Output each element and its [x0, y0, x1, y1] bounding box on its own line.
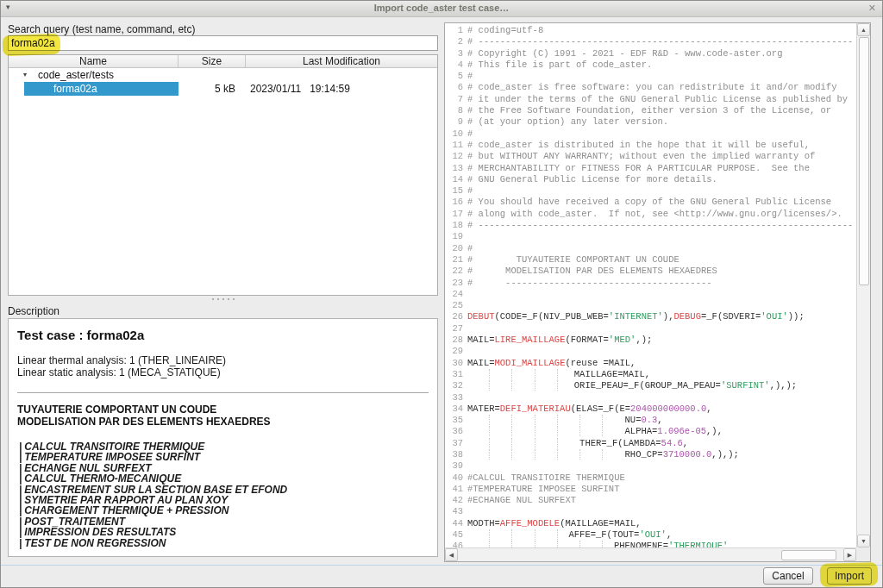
code-line: 39	[445, 460, 856, 472]
code-line: 45 AFFE=_F(TOUT='OUI',	[445, 529, 856, 541]
code-line: 5#	[445, 71, 856, 82]
scroll-left-icon[interactable]: ◀	[445, 548, 458, 561]
line-number: 46	[445, 541, 463, 547]
code-line: 29	[445, 346, 856, 357]
line-number: 3	[445, 48, 463, 59]
selection-highlight	[24, 82, 178, 96]
line-number: 17	[445, 209, 463, 220]
line-number: 13	[445, 163, 463, 174]
window-title: Import code_aster test case…	[1, 3, 882, 13]
horizontal-scrollbar-thumb[interactable]	[781, 550, 836, 560]
line-number: 22	[445, 266, 463, 277]
description-divider	[17, 392, 429, 393]
import-button[interactable]: Import	[827, 567, 872, 585]
column-header-name[interactable]: Name	[9, 55, 178, 67]
code-line: 15#	[445, 185, 856, 197]
vertical-scrollbar-thumb[interactable]	[859, 37, 869, 285]
search-input[interactable]	[8, 35, 438, 51]
test-case-table: Name Size Last Modification ▾ code_aster…	[8, 54, 438, 296]
line-number: 14	[445, 174, 463, 185]
test-case-size: 5 kB	[178, 82, 246, 96]
description-subtitle: TUYAUTERIE COMPORTANT UN COUDE	[17, 403, 429, 416]
line-number: 4	[445, 59, 463, 71]
line-number: 41	[445, 484, 463, 495]
code-line: 8# the Free Software Foundation, either …	[445, 105, 856, 116]
code-line: 17# along with code_aster. If not, see <…	[445, 209, 856, 220]
code-line: 4# This file is part of code_aster.	[445, 59, 856, 71]
scroll-up-icon[interactable]: ▲	[857, 23, 870, 36]
title-bar: ▾ Import code_aster test case… ✕	[1, 1, 882, 17]
footer-separator	[1, 565, 882, 566]
code-line: 30MAIL=MODI_MAILLAGE(reuse =MAIL,	[445, 358, 856, 369]
code-line: 33	[445, 392, 856, 403]
line-number: 9	[445, 116, 463, 128]
code-line: 42#ECHANGE NUL SURFEXT	[445, 495, 856, 506]
line-number: 34	[445, 403, 463, 415]
test-case-name: forma02a	[53, 82, 97, 96]
code-viewer[interactable]: 1# coding=utf-82# ----------------------…	[444, 22, 871, 562]
line-number: 18	[445, 220, 463, 231]
code-line: 27	[445, 323, 856, 335]
line-number: 11	[445, 140, 463, 151]
line-number: 21	[445, 254, 463, 266]
code-lines: 1# coding=utf-82# ----------------------…	[445, 25, 856, 547]
code-line: 12# but WITHOUT ANY WARRANTY; without ev…	[445, 151, 856, 162]
tree-root-row[interactable]: ▾ code_aster/tests	[9, 68, 437, 82]
code-line: 46 PHENOMENE='THERMIQUE'	[445, 541, 856, 547]
line-number: 6	[445, 82, 463, 93]
column-header-last-modification[interactable]: Last Modification	[246, 55, 437, 67]
expander-icon[interactable]: ▾	[23, 68, 27, 82]
description-item: |IMPRESSION DES RESULTATS	[17, 527, 429, 537]
column-header-size[interactable]: Size	[178, 55, 246, 67]
line-number: 20	[445, 243, 463, 254]
code-line: 24	[445, 289, 856, 300]
splitter-handle[interactable]	[8, 297, 438, 302]
horizontal-scrollbar[interactable]: ◀ ▶	[445, 547, 856, 561]
code-line: 37 THER=_F(LAMBDA=54.6,	[445, 438, 856, 449]
code-line: 14# GNU General Public License for more …	[445, 174, 856, 185]
vertical-scrollbar[interactable]: ▲ ▼	[856, 23, 870, 547]
line-number: 30	[445, 358, 463, 369]
line-number: 2	[445, 36, 463, 47]
line-number: 38	[445, 449, 463, 460]
description-title: Test case : forma02a	[17, 328, 429, 342]
line-number: 39	[445, 460, 463, 472]
code-line: 40#CALCUL TRANSITOIRE THERMIQUE	[445, 472, 856, 484]
line-number: 36	[445, 426, 463, 437]
table-row[interactable]: forma02a 5 kB 2023/01/11 19:14:59	[9, 82, 437, 96]
table-header: Name Size Last Modification	[9, 55, 437, 68]
line-number: 26	[445, 311, 463, 322]
line-number: 31	[445, 369, 463, 380]
code-line: 34MATER=DEFI_MATERIAU(ELAS=_F(E=20400000…	[445, 403, 856, 415]
line-number: 10	[445, 128, 463, 140]
line-number: 25	[445, 300, 463, 311]
code-line: 31 MAILLAGE=MAIL,	[445, 369, 856, 380]
description-item: |TEMPERATURE IMPOSEE SURFINT	[17, 452, 429, 462]
code-line: 16# You should have received a copy of t…	[445, 197, 856, 208]
close-icon[interactable]: ✕	[868, 3, 876, 14]
cancel-button[interactable]: Cancel	[763, 567, 813, 585]
scroll-right-icon[interactable]: ▶	[843, 548, 856, 561]
line-number: 8	[445, 105, 463, 116]
code-line: 23# ------------------------------------…	[445, 278, 856, 289]
code-line: 38 RHO_CP=3710000.0,),);	[445, 449, 856, 460]
line-number: 35	[445, 415, 463, 426]
line-number: 1	[445, 25, 463, 36]
code-line: 20#	[445, 243, 856, 254]
scrollbar-corner	[856, 547, 870, 561]
description-subtitle: MODELISATION PAR DES ELEMENTS HEXAEDRES	[17, 416, 429, 428]
code-line: 7# it under the terms of the GNU General…	[445, 94, 856, 105]
code-line: 10#	[445, 128, 856, 140]
code-line: 41#TEMPERATURE IMPOSEE SURFINT	[445, 484, 856, 495]
line-number: 16	[445, 197, 463, 208]
analysis-line: Linear thermal analysis: 1 (THER_LINEAIR…	[17, 354, 429, 366]
scroll-down-icon[interactable]: ▼	[857, 535, 870, 547]
code-line: 44MODTH=AFFE_MODELE(MAILLAGE=MAIL,	[445, 518, 856, 529]
description-label: Description	[8, 305, 59, 317]
code-line: 9# (at your option) any later version.	[445, 116, 856, 128]
code-line: 25	[445, 300, 856, 311]
code-line: 3# Copyright (C) 1991 - 2021 - EDF R&D -…	[445, 48, 856, 59]
line-number: 23	[445, 278, 463, 289]
code-line: 13# MERCHANTABILITY or FITNESS FOR A PAR…	[445, 163, 856, 174]
line-number: 12	[445, 151, 463, 162]
